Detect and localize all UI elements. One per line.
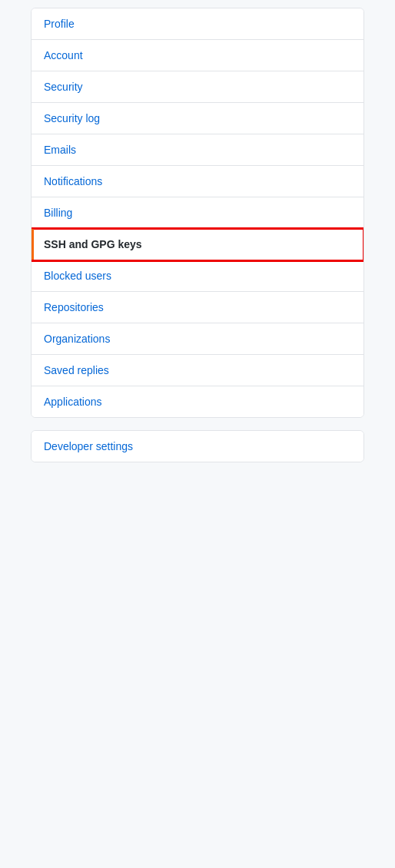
nav-item-security[interactable]: Security — [32, 71, 363, 103]
nav-item-organizations[interactable]: Organizations — [32, 323, 363, 355]
nav-item-notifications[interactable]: Notifications — [32, 166, 363, 197]
nav-item-blocked-users[interactable]: Blocked users — [32, 260, 363, 292]
developer-nav: Developer settings — [31, 430, 364, 462]
nav-item-applications[interactable]: Applications — [32, 386, 363, 417]
nav-item-emails[interactable]: Emails — [32, 134, 363, 166]
nav-item-billing[interactable]: Billing — [32, 197, 363, 229]
nav-item-profile[interactable]: Profile — [32, 8, 363, 40]
main-nav: ProfileAccountSecuritySecurity logEmails… — [31, 8, 364, 418]
nav-item-account[interactable]: Account — [32, 40, 363, 71]
nav-item-saved-replies[interactable]: Saved replies — [32, 355, 363, 386]
nav-item-developer-settings[interactable]: Developer settings — [32, 431, 363, 462]
nav-item-repositories[interactable]: Repositories — [32, 292, 363, 323]
nav-item-security-log[interactable]: Security log — [32, 103, 363, 134]
nav-item-ssh-gpg-keys[interactable]: SSH and GPG keys — [32, 229, 363, 260]
